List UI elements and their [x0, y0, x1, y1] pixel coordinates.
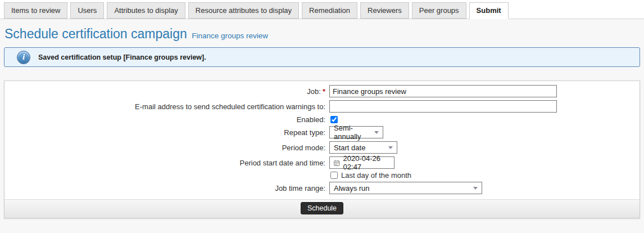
form-row-period-mode: Period mode: Start date: [4, 141, 640, 154]
last-day-of-month-checkbox[interactable]: [330, 172, 338, 179]
period-start-label: Period start date and time:: [4, 159, 329, 167]
required-marker: *: [323, 87, 325, 96]
repeat-type-select[interactable]: Semi-annually: [329, 126, 383, 138]
form-row-period-start: Period start date and time:: [4, 156, 640, 169]
tab-submit[interactable]: Submit: [469, 2, 509, 19]
period-start-datetime-field[interactable]: 2020-04-26 02:47: [329, 156, 394, 169]
form-row-job-time-range: Job time range: Always run: [4, 182, 640, 194]
info-banner-message: Saved certification setup [Finance group…: [38, 53, 206, 61]
form-row-job: Job:*: [4, 85, 640, 97]
page-title-text: Schedule certification campaign: [4, 26, 187, 41]
schedule-form: Job:* E-mail address to send scheduled c…: [4, 81, 640, 218]
form-row-repeat-type: Repeat type: Semi-annually: [4, 126, 640, 138]
tab-reviewers[interactable]: Reviewers: [360, 2, 409, 19]
enabled-label: Enabled:: [4, 115, 329, 124]
schedule-button[interactable]: Schedule: [301, 202, 343, 214]
job-label: Job:*: [4, 87, 329, 96]
page: Items to review Users Attributes to disp…: [0, 0, 644, 233]
job-label-text: Job:: [307, 87, 321, 96]
repeat-type-label: Repeat type:: [4, 128, 329, 137]
tab-items-to-review[interactable]: Items to review: [4, 2, 67, 19]
last-day-of-month-label: Last day of the month: [341, 171, 411, 180]
chevron-down-icon: [388, 146, 393, 149]
form-row-enabled: Enabled:: [4, 115, 640, 124]
repeat-type-value: Semi-annually: [334, 124, 370, 141]
job-time-range-select[interactable]: Always run: [329, 182, 482, 194]
tab-remediation[interactable]: Remediation: [302, 2, 357, 19]
content-area: Schedule certification campaign Finance …: [0, 19, 644, 233]
tab-resource-attributes-to-display[interactable]: Resource attributes to display: [188, 2, 299, 19]
period-mode-value: Start date: [334, 144, 365, 152]
form-row-last-day: Last day of the month: [4, 171, 640, 180]
form-row-email: E-mail address to send scheduled certifi…: [4, 100, 640, 113]
form-footer: Schedule: [4, 199, 640, 218]
schedule-form-panel: Job:* E-mail address to send scheduled c…: [4, 80, 640, 218]
job-input[interactable]: [329, 85, 557, 97]
enabled-checkbox[interactable]: [330, 116, 338, 123]
email-input[interactable]: [329, 100, 557, 113]
calendar-icon: [334, 159, 340, 167]
page-title: Schedule certification campaign Finance …: [4, 26, 644, 42]
chevron-down-icon: [374, 131, 379, 134]
tab-users[interactable]: Users: [70, 2, 104, 19]
job-time-range-value: Always run: [334, 184, 370, 192]
tab-peer-groups[interactable]: Peer groups: [412, 2, 466, 19]
info-banner: i Saved certification setup [Finance gro…: [4, 47, 640, 67]
tab-attributes-to-display[interactable]: Attributes to display: [107, 2, 185, 19]
job-time-range-label: Job time range:: [4, 184, 329, 192]
page-title-subtitle: Finance groups review: [192, 32, 268, 40]
period-mode-select[interactable]: Start date: [329, 141, 397, 154]
tab-bar: Items to review Users Attributes to disp…: [0, 0, 644, 19]
email-label: E-mail address to send scheduled certifi…: [4, 102, 329, 111]
period-start-datetime-value: 2020-04-26 02:47: [343, 154, 390, 171]
chevron-down-icon: [473, 187, 478, 190]
info-icon: i: [17, 51, 30, 64]
period-mode-label: Period mode:: [4, 144, 329, 152]
